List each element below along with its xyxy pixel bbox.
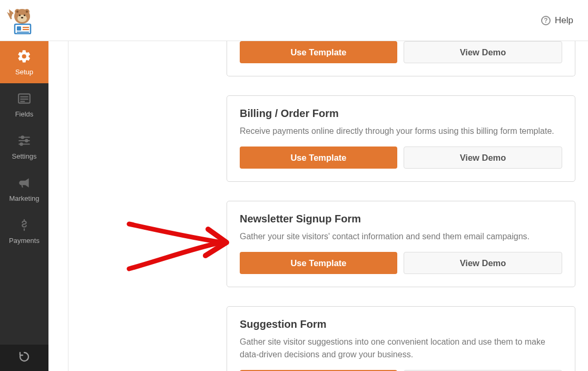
template-card: Use Template View Demo [227, 41, 575, 76]
sidebar-item-label: Marketing [9, 194, 39, 202]
sidebar-item-label: Setup [15, 68, 33, 76]
template-button-row: Use Template View Demo [240, 252, 562, 274]
svg-point-23 [20, 143, 22, 145]
svg-point-6 [19, 14, 21, 16]
template-title: Newsletter Signup Form [240, 213, 562, 225]
svg-point-8 [21, 16, 23, 18]
sidebar-item-settings[interactable]: Settings [0, 125, 48, 168]
svg-point-3 [16, 10, 18, 12]
template-description: Gather site visitor suggestions into one… [240, 336, 562, 360]
use-template-button[interactable]: Use Template [240, 147, 397, 169]
template-card-suggestion: Suggestion Form Gather site visitor sugg… [227, 306, 575, 371]
view-demo-button[interactable]: View Demo [404, 252, 562, 274]
svg-point-7 [24, 14, 25, 16]
sidebar-item-payments[interactable]: Payments [0, 210, 48, 252]
template-button-row: Use Template View Demo [240, 41, 562, 63]
view-demo-button[interactable]: View Demo [404, 41, 562, 63]
template-list: Use Template View Demo Billing / Order F… [68, 41, 588, 371]
view-demo-button[interactable]: View Demo [404, 147, 562, 169]
sidebar: Setup Fields Settings Marketing Payments [0, 41, 48, 371]
megaphone-icon [16, 175, 33, 190]
template-card-billing: Billing / Order Form Receive payments on… [227, 95, 575, 182]
topbar: ? Help [0, 0, 588, 41]
sidebar-item-label: Fields [15, 110, 34, 118]
main-content: Use Template View Demo Billing / Order F… [68, 41, 588, 371]
help-link[interactable]: ? Help [541, 15, 573, 26]
app-logo [6, 7, 38, 34]
svg-point-19 [22, 136, 24, 138]
use-template-button[interactable]: Use Template [240, 41, 397, 63]
sidebar-item-marketing[interactable]: Marketing [0, 168, 48, 210]
sidebar-item-label: Settings [12, 152, 37, 160]
secondary-column [48, 41, 68, 371]
template-card-newsletter: Newsletter Signup Form Gather your site … [227, 201, 575, 287]
template-button-row: Use Template View Demo [240, 147, 562, 169]
sidebar-history-button[interactable] [0, 345, 48, 371]
template-title: Suggestion Form [240, 318, 562, 330]
sidebar-item-setup[interactable]: Setup [0, 41, 48, 83]
history-icon [18, 350, 31, 365]
help-label: Help [555, 15, 573, 26]
gear-icon [16, 49, 33, 64]
use-template-button[interactable]: Use Template [240, 252, 397, 274]
sidebar-item-label: Payments [9, 237, 40, 245]
template-description: Gather your site visitors' contact infor… [240, 230, 562, 242]
template-description: Receive payments online directly through… [240, 125, 562, 137]
svg-rect-10 [17, 26, 21, 31]
sidebar-item-fields[interactable]: Fields [0, 83, 48, 125]
help-icon: ? [541, 16, 551, 25]
fields-icon [16, 91, 33, 106]
dollar-icon [16, 218, 33, 232]
sliders-icon [16, 133, 33, 148]
template-title: Billing / Order Form [240, 108, 562, 120]
svg-point-21 [25, 139, 27, 141]
svg-point-4 [26, 10, 28, 12]
